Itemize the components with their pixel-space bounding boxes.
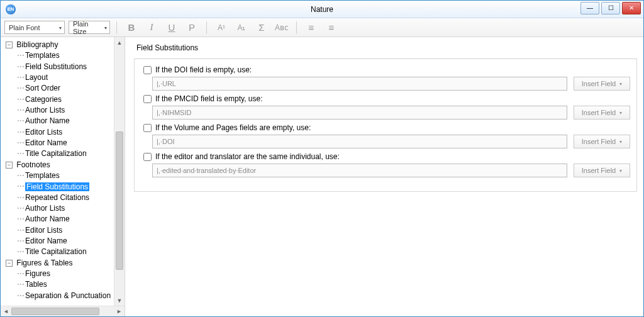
horizontal-scrollbar[interactable]: ◄ ► [1, 306, 125, 316]
window-title: Nature [1, 5, 643, 14]
toolbar-separator [296, 21, 297, 34]
panel-title: Field Substitutions [136, 43, 637, 52]
app-window: EN Nature — ☐ ✕ Plain Font ▾ Plain Size … [0, 0, 644, 317]
tree-leaf[interactable]: ⋯Templates [2, 170, 125, 181]
tree-leaf[interactable]: ⋯Editor Name [2, 236, 125, 247]
insert-field-button[interactable]: Insert Field ▾ [574, 135, 630, 148]
scroll-thumb[interactable] [116, 131, 123, 270]
format-toolbar: Plain Font ▾ Plain Size ▾ B I U P A¹ A₁ … [1, 18, 643, 37]
tree-leaf[interactable]: ⋯Editor Lists [2, 127, 125, 138]
maximize-button[interactable]: ☐ [601, 2, 620, 14]
scroll-left-icon[interactable]: ◄ [1, 308, 11, 314]
tree-leaf-field-substitutions[interactable]: ⋯Field Substitutions [2, 181, 125, 192]
editor-translator-field[interactable]: |,·edited·and·translated·by·Editor [152, 164, 567, 177]
app-icon: EN [6, 4, 16, 14]
style-tree: − Bibliography ⋯Templates ⋯Field Substit… [1, 37, 125, 304]
chevron-down-icon: ▾ [619, 139, 622, 145]
substitution-row: If the DOI field is empty, use: |,·URL I… [141, 65, 630, 91]
smallcaps-button[interactable]: Aʙᴄ [274, 20, 290, 35]
pmcid-empty-checkbox[interactable] [143, 95, 152, 103]
tree-leaf[interactable]: ⋯Sort Order [2, 83, 125, 94]
tree-leaf[interactable]: ⋯Layout [2, 72, 125, 83]
content-area: − Bibliography ⋯Templates ⋯Field Substit… [1, 37, 643, 316]
minimize-button[interactable]: — [580, 2, 599, 14]
tree-node-figures-tables[interactable]: − Figures & Tables [2, 258, 125, 269]
substitution-row: If the Volume and Pages fields are empty… [141, 123, 630, 148]
subscript-button[interactable]: A₁ [233, 20, 250, 35]
underline-button[interactable]: U [164, 20, 180, 35]
volume-pages-empty-label: If the Volume and Pages fields are empty… [155, 123, 311, 132]
minimize-icon: — [587, 5, 593, 11]
tree-leaf[interactable]: ⋯Tables [2, 279, 125, 290]
vertical-scrollbar[interactable]: ▲ ▼ [114, 37, 125, 306]
main-panel: Field Substitutions If the DOI field is … [125, 37, 643, 316]
tree-leaf[interactable]: ⋯Repeated Citations [2, 192, 125, 203]
symbol-button[interactable]: Σ [253, 20, 270, 35]
plain-button[interactable]: P [184, 20, 200, 35]
volume-pages-empty-field[interactable]: |,·DOI [152, 135, 567, 148]
chevron-down-icon: ▾ [619, 110, 622, 116]
collapse-icon[interactable]: − [6, 162, 13, 169]
window-controls: — ☐ ✕ [580, 2, 641, 14]
pmcid-empty-field[interactable]: |,·NIHMSID [152, 106, 567, 120]
scroll-right-icon[interactable]: ► [114, 308, 125, 314]
tree-leaf[interactable]: ⋯Editor Lists [2, 225, 125, 236]
tree-leaf[interactable]: ⋯Editor Name [2, 138, 125, 148]
toolbar-separator [116, 21, 117, 34]
doi-empty-field[interactable]: |,·URL [152, 77, 567, 91]
tree-leaf[interactable]: ⋯Field Substitutions [2, 62, 125, 72]
font-combo-label: Plain Font [9, 24, 40, 31]
chevron-down-icon: ▾ [619, 81, 622, 87]
editor-translator-checkbox[interactable] [143, 153, 152, 161]
toolbar-separator [206, 21, 207, 34]
tree-leaf[interactable]: ⋯Author Name [2, 214, 125, 225]
tree-node-bibliography[interactable]: − Bibliography [2, 40, 125, 50]
tree-leaf[interactable]: ⋯Figures [2, 269, 125, 279]
doi-empty-checkbox[interactable] [143, 66, 152, 74]
align-left-button[interactable]: ≡ [303, 20, 319, 35]
insert-field-button[interactable]: Insert Field ▾ [574, 106, 630, 120]
tree-leaf[interactable]: ⋯Author Name [2, 116, 125, 126]
tree-leaf[interactable]: ⋯Separation & Punctuation [2, 291, 125, 301]
close-button[interactable]: ✕ [622, 2, 641, 14]
font-combo[interactable]: Plain Font ▾ [4, 21, 65, 34]
bold-button[interactable]: B [123, 20, 140, 35]
scroll-track[interactable] [11, 306, 114, 316]
italic-button[interactable]: I [143, 20, 160, 35]
substitution-row: If the PMCID field is empty, use: |,·NIH… [141, 94, 630, 120]
scroll-up-icon[interactable]: ▲ [114, 37, 125, 48]
sidebar: − Bibliography ⋯Templates ⋯Field Substit… [1, 37, 125, 316]
tree-leaf[interactable]: ⋯Categories [2, 94, 125, 105]
insert-field-button[interactable]: Insert Field ▾ [574, 164, 630, 177]
size-combo[interactable]: Plain Size ▾ [69, 21, 110, 34]
align-center-button[interactable]: ≡ [323, 20, 340, 35]
scroll-down-icon[interactable]: ▼ [114, 295, 125, 306]
doi-empty-label: If the DOI field is empty, use: [155, 65, 252, 74]
substitution-row: If the editor and translator are the sam… [141, 152, 630, 177]
tree-scroll-area: − Bibliography ⋯Templates ⋯Field Substit… [1, 37, 125, 306]
tree-leaf[interactable]: ⋯Title Capitalization [2, 148, 125, 159]
tree-leaf[interactable]: ⋯Title Capitalization [2, 247, 125, 257]
collapse-icon[interactable]: − [6, 260, 13, 267]
tree-node-footnotes[interactable]: − Footnotes [2, 160, 125, 170]
superscript-button[interactable]: A¹ [213, 20, 230, 35]
tree-leaf[interactable]: ⋯Author Lists [2, 105, 125, 116]
tree-leaf[interactable]: ⋯Author Lists [2, 203, 125, 214]
chevron-down-icon: ▾ [619, 168, 622, 174]
scroll-thumb[interactable] [11, 308, 99, 315]
tree-leaf[interactable]: ⋯Templates [2, 50, 125, 61]
field-substitutions-panel: If the DOI field is empty, use: |,·URL I… [134, 58, 637, 192]
volume-pages-empty-checkbox[interactable] [143, 124, 152, 132]
close-icon: ✕ [629, 5, 634, 11]
collapse-icon[interactable]: − [6, 42, 13, 48]
chevron-down-icon: ▾ [59, 25, 62, 30]
maximize-icon: ☐ [608, 5, 614, 11]
titlebar: EN Nature — ☐ ✕ [1, 1, 643, 18]
size-combo-label: Plain Size [73, 20, 98, 35]
chevron-down-icon: ▾ [104, 25, 107, 30]
pmcid-empty-label: If the PMCID field is empty, use: [155, 94, 263, 103]
insert-field-button[interactable]: Insert Field ▾ [574, 77, 630, 91]
editor-translator-label: If the editor and translator are the sam… [155, 152, 340, 161]
